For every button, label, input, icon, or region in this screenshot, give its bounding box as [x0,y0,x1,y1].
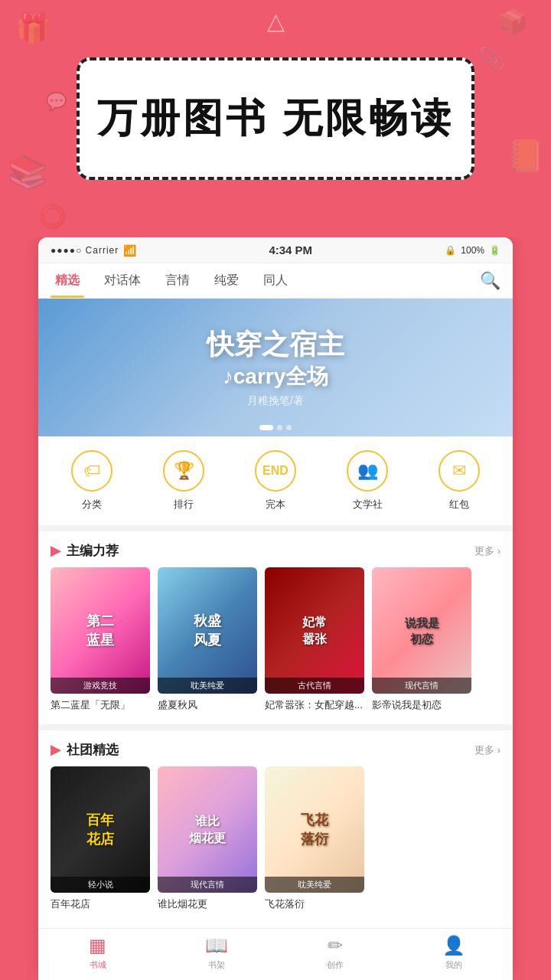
bottom-navigation: ▦ 书城 📖 书架 ✏ 创作 👤 我的 [38,928,513,977]
categories-bar: 🏷 分类 🏆 排行 END 完本 👥 文学社 ✉ 红包 [38,436,513,525]
shucheng-icon: ▦ [89,935,106,956]
book-cover-2: 秋盛风夏 耽美纯爱 [158,567,257,694]
book-cover-4: 说我是初恋 现代言情 [372,567,471,694]
tab-yanqing[interactable]: 言情 [161,263,194,298]
book-title-5: 百年花店 [51,897,150,911]
banner-indicators [259,425,292,430]
section-arrow-icon: ▶ [51,543,60,559]
cover-text-6: 谁比烟花更 [163,812,253,847]
book-tag-4: 现代言情 [372,678,471,694]
category-fenlei[interactable]: 🏷 分类 [71,450,112,511]
lamp-decoration: △ [267,8,285,34]
book-cover-6: 谁比烟花更 现代言情 [158,766,257,893]
book-title-2: 盛夏秋风 [158,698,257,712]
battery-label: 100% [461,245,484,256]
nav-tabs-bar: 精选 对话体 言情 纯爱 同人 🔍 [38,263,513,299]
cover-text-2: 秋盛风夏 [163,611,253,649]
cover-text-1: 第二蓝星 [56,611,145,649]
banner-dot-3 [286,425,292,430]
status-left: ●●●●○ Carrier 📶 [51,244,136,256]
club-picks-more[interactable]: 更多 › [474,743,500,757]
book-tag-1: 游戏竞技 [51,678,150,694]
wanben-label: 完本 [266,498,285,511]
book-title-4: 影帝说我是初恋 [372,698,471,712]
editor-recommend-title: ▶ 主编力荐 [51,542,119,560]
banner-content: 快穿之宿主 ♪carry全场 月稚挽笔/著 [207,327,344,407]
book-cover-3: 妃常嚣张 古代言情 [265,567,364,694]
status-bar: ●●●●○ Carrier 📶 4:34 PM 🔒 100% 🔋 [38,237,513,263]
list-item[interactable]: 飞花落衍 耽美纯爱 飞花落衍 [265,766,364,911]
book-tag-2: 耽美纯爱 [158,678,257,694]
wenxueshe-label: 文学社 [353,498,383,511]
main-banner[interactable]: 快穿之宿主 ♪carry全场 月稚挽笔/著 [38,299,513,436]
category-paihang[interactable]: 🏆 排行 [163,450,204,511]
banner-author: 月稚挽笔/著 [207,394,344,408]
book-title-1: 第二蓝星「无限」 [51,698,150,712]
list-item[interactable]: 谁比烟花更 现代言情 谁比烟花更 [158,766,257,911]
hongbao-icon: ✉ [439,450,480,492]
wode-icon: 👤 [442,935,465,956]
category-wanben[interactable]: END 完本 [255,450,296,511]
nav-item-wode[interactable]: 👤 我的 [431,935,477,971]
nav-item-shujia[interactable]: 📖 书架 [194,935,240,971]
banner-dot-1 [259,425,273,430]
book-cover-7: 飞花落衍 耽美纯爱 [265,766,364,893]
book-title-6: 谁比烟花更 [158,897,257,911]
cover-text-7: 飞花落衍 [270,811,360,849]
book-title-3: 妃常嚣张：女配穿越... [265,698,364,712]
phone-screen: ●●●●○ Carrier 📶 4:34 PM 🔒 100% 🔋 精选 对话体 [38,237,513,977]
editor-recommend-more[interactable]: 更多 › [474,544,500,558]
list-item[interactable]: 第二蓝星 游戏竞技 第二蓝星「无限」 [51,567,150,712]
book-tag-7: 耽美纯爱 [265,877,364,893]
fenlei-label: 分类 [82,498,102,511]
search-button[interactable]: 🔍 [480,271,500,291]
wenxueshe-icon: 👥 [347,450,388,492]
wifi-icon: 📶 [123,244,136,256]
divider-1 [38,525,513,531]
battery-icon: 🔋 [489,245,500,256]
shujia-label: 书架 [208,959,225,971]
list-item[interactable]: 说我是初恋 现代言情 影帝说我是初恋 [372,567,471,712]
top-hero-area: 🎁 📦 📎 📚 📒 ⭕ 💬 △ 万册图书 无限畅读 [0,0,551,237]
editor-recommend-header: ▶ 主编力荐 更多 › [38,531,513,567]
paihang-label: 排行 [174,498,194,511]
lock-icon: 🔒 [445,245,456,256]
signal-indicator: ●●●●○ Carrier [51,245,119,256]
cover-text-5: 百年花店 [56,811,145,849]
list-item[interactable]: 百年花店 轻小说 百年花店 [51,766,150,911]
category-hongbao[interactable]: ✉ 红包 [439,450,480,511]
club-picks-title: ▶ 社团精选 [51,741,119,759]
section-arrow-icon-2: ▶ [51,742,60,758]
cover-text-3: 妃常嚣张 [270,613,360,648]
tab-chunai[interactable]: 纯爱 [210,263,243,298]
book-cover-5: 百年花店 轻小说 [51,766,150,893]
book-tag-5: 轻小说 [51,877,150,893]
phone-area: ●●●●○ Carrier 📶 4:34 PM 🔒 100% 🔋 精选 对话体 [0,237,551,977]
wode-label: 我的 [445,959,462,971]
hero-banner-box: 万册图书 无限畅读 [77,57,474,180]
nav-item-chuangzuo[interactable]: ✏ 创作 [312,935,358,971]
book-tag-6: 现代言情 [158,877,257,893]
tab-jingxuan[interactable]: 精选 [51,263,84,298]
wanben-icon: END [255,450,296,492]
divider-2 [38,724,513,730]
list-item[interactable]: 秋盛风夏 耽美纯爱 盛夏秋风 [158,567,257,712]
chuangzuo-icon: ✏ [328,935,343,956]
shujia-icon: 📖 [205,935,228,956]
tab-tongren[interactable]: 同人 [259,263,292,298]
nav-item-shucheng[interactable]: ▦ 书城 [75,935,121,971]
book-title-7: 飞花落衍 [265,897,364,911]
banner-dot-2 [277,425,282,430]
book-cover-1: 第二蓝星 游戏竞技 [51,567,150,694]
tab-duihuati[interactable]: 对话体 [99,263,145,298]
hero-title: 万册图书 无限畅读 [97,92,454,145]
shucheng-label: 书城 [90,959,106,971]
paihang-icon: 🏆 [163,450,204,492]
list-item[interactable]: 妃常嚣张 古代言情 妃常嚣张：女配穿越... [265,567,364,712]
banner-title: 快穿之宿主 ♪carry全场 [207,327,344,390]
editor-recommend-books: 第二蓝星 游戏竞技 第二蓝星「无限」 秋盛风夏 耽美纯爱 盛夏秋风 [38,567,513,724]
club-picks-books: 百年花店 轻小说 百年花店 谁比烟花更 现代言情 谁比烟花更 飞花落 [38,766,513,923]
category-wenxueshe[interactable]: 👥 文学社 [347,450,388,511]
chuangzuo-label: 创作 [327,959,344,971]
status-time: 4:34 PM [269,243,312,256]
